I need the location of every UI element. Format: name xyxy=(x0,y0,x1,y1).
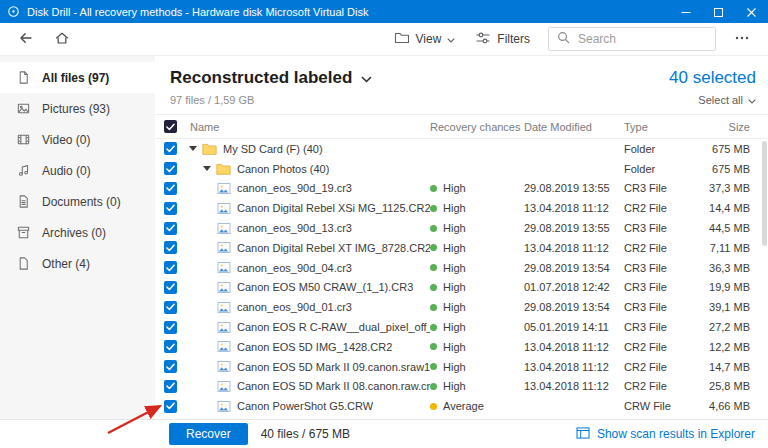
minimize-icon xyxy=(681,3,691,21)
row-checkbox[interactable] xyxy=(164,142,177,155)
search-icon xyxy=(557,30,570,48)
file-size: 44,5 MB xyxy=(708,222,768,234)
table-row[interactable]: canon_eos_90d_04.cr3 High 29.08.2019 13:… xyxy=(155,258,768,278)
sidebar-item-archives-0[interactable]: Archives (0) xyxy=(0,217,155,248)
table-row[interactable]: My SD Card (F) (40) Folder 675 MB xyxy=(155,139,768,159)
table-row[interactable]: Canon EOS 5D Mark II 09.canon.sraw1... H… xyxy=(155,357,768,377)
row-checkbox[interactable] xyxy=(164,261,177,274)
table-row[interactable]: canon_eos_90d_19.cr3 High 29.08.2019 13:… xyxy=(155,179,768,199)
sidebar-item-other-4[interactable]: Other (4) xyxy=(0,248,155,279)
table-row[interactable]: Canon EOS M50 CRAW_(1_1).CR3 High 01.07.… xyxy=(155,278,768,298)
table-row[interactable]: Canon EOS 5D Mark II 08.canon.raw.cr2 Hi… xyxy=(155,377,768,397)
row-checkbox[interactable] xyxy=(164,380,177,393)
scrollbar[interactable] xyxy=(762,141,767,417)
file-type: CR2 File xyxy=(624,242,708,254)
filters-button[interactable]: Filters xyxy=(467,26,538,53)
column-header-type[interactable]: Type xyxy=(624,121,708,133)
file-name: canon_eos_90d_04.cr3 xyxy=(237,262,352,274)
maximize-icon xyxy=(714,3,723,21)
row-checkbox[interactable] xyxy=(164,162,177,175)
expand-arrow-icon[interactable] xyxy=(203,166,216,171)
scan-session-dropdown[interactable]: Reconstructed labeled xyxy=(170,68,372,88)
table-row[interactable]: Canon Digital Rebel XT IMG_8728.CR2 High… xyxy=(155,238,768,258)
row-checkbox[interactable] xyxy=(164,400,177,413)
date-modified: 29.08.2019 13:55 xyxy=(524,182,624,194)
file-type: Folder xyxy=(624,143,708,155)
image-file-icon xyxy=(217,360,231,373)
row-checkbox[interactable] xyxy=(164,281,177,294)
table-row[interactable]: canon_eos_90d_01.cr3 High 29.08.2019 13:… xyxy=(155,297,768,317)
file-type: CR2 File xyxy=(624,361,708,373)
image-file-icon xyxy=(217,400,231,413)
expand-arrow-icon[interactable] xyxy=(189,146,202,151)
file-size: 36,3 MB xyxy=(708,262,768,274)
sidebar-item-all-files-97[interactable]: All files (97) xyxy=(0,62,155,93)
close-button[interactable] xyxy=(735,0,768,23)
show-in-explorer-link[interactable]: Show scan results in Explorer xyxy=(576,427,755,442)
file-name: canon_eos_90d_01.cr3 xyxy=(237,301,352,313)
column-header-name[interactable]: Name xyxy=(185,121,430,133)
window-controls xyxy=(669,0,768,23)
date-modified: 29.08.2019 13:54 xyxy=(524,262,624,274)
file-size: 7,11 MB xyxy=(708,242,768,254)
back-button[interactable] xyxy=(10,26,42,53)
recovery-chance-dot xyxy=(430,304,437,311)
search-input[interactable] xyxy=(576,31,707,47)
back-arrow-icon xyxy=(18,30,34,49)
recovery-chance-label: High xyxy=(443,182,466,194)
file-type: CR3 File xyxy=(624,281,708,293)
body: All files (97) Pictures (93) Video (0) A… xyxy=(0,56,768,419)
date-modified: 05.01.2019 14:11 xyxy=(524,321,624,333)
sidebar-item-video-0[interactable]: Video (0) xyxy=(0,124,155,155)
row-checkbox[interactable] xyxy=(164,222,177,235)
scrollbar-thumb[interactable] xyxy=(762,141,767,246)
table-row[interactable]: canon_eos_90d_13.cr3 High 29.08.2019 13:… xyxy=(155,218,768,238)
more-button[interactable] xyxy=(726,26,758,53)
row-checkbox[interactable] xyxy=(164,360,177,373)
chevron-down-icon xyxy=(447,32,455,46)
column-header-recovery-chances[interactable]: Recovery chances xyxy=(430,121,524,133)
recovery-chance-dot xyxy=(430,264,437,271)
recovery-chance-label: High xyxy=(443,222,466,234)
recover-button[interactable]: Recover xyxy=(169,423,248,445)
table-row[interactable]: Canon Photos (40) Folder 675 MB xyxy=(155,159,768,179)
sidebar-item-pictures-93[interactable]: Pictures (93) xyxy=(0,93,155,124)
row-checkbox[interactable] xyxy=(164,340,177,353)
column-header-size[interactable]: Size xyxy=(708,121,768,133)
date-modified: 29.08.2019 13:54 xyxy=(524,301,624,313)
table-row[interactable]: Canon PowerShot G5.CRW Average CRW File … xyxy=(155,396,768,416)
row-checkbox[interactable] xyxy=(164,202,177,215)
image-file-icon xyxy=(217,380,231,393)
titlebar: Disk Drill - All recovery methods - Hard… xyxy=(0,0,768,23)
row-checkbox[interactable] xyxy=(164,301,177,314)
archives-icon xyxy=(15,225,31,240)
table-row[interactable]: Canon EOS R C-RAW__dual_pixel_off_... Hi… xyxy=(155,317,768,337)
row-checkbox[interactable] xyxy=(164,182,177,195)
select-all-checkbox[interactable] xyxy=(164,120,177,133)
image-file-icon xyxy=(217,321,231,334)
home-button[interactable] xyxy=(46,26,78,53)
chevron-down-icon xyxy=(361,69,372,87)
sidebar-item-documents-0[interactable]: Documents (0) xyxy=(0,186,155,217)
ellipsis-icon xyxy=(734,30,750,49)
all-files-icon xyxy=(15,70,31,85)
file-name: Canon EOS 5D Mark II 09.canon.sraw1... xyxy=(237,361,430,373)
maximize-button[interactable] xyxy=(702,0,735,23)
row-checkbox[interactable] xyxy=(164,241,177,254)
minimize-button[interactable] xyxy=(669,0,702,23)
table-row[interactable]: Canon Digital Rebel XSi MG_1125.CR2 High… xyxy=(155,198,768,218)
view-button[interactable]: View xyxy=(386,27,464,52)
select-all-dropdown[interactable]: Select all xyxy=(698,94,756,106)
recovery-chance-dot xyxy=(430,284,437,291)
row-checkbox[interactable] xyxy=(164,321,177,334)
file-type: CR3 File xyxy=(624,182,708,194)
column-header-date-modified[interactable]: Date Modified xyxy=(524,121,624,133)
sidebar-item-audio-0[interactable]: Audio (0) xyxy=(0,155,155,186)
file-size: 27,2 MB xyxy=(708,321,768,333)
file-type: CR2 File xyxy=(624,202,708,214)
table-row[interactable]: Canon EOS 5D IMG_1428.CR2 High 13.04.201… xyxy=(155,337,768,357)
toolbar: View Filters xyxy=(0,23,768,56)
file-type: CRW File xyxy=(624,400,708,412)
search-box[interactable] xyxy=(548,27,716,51)
folder-icon xyxy=(394,31,410,48)
